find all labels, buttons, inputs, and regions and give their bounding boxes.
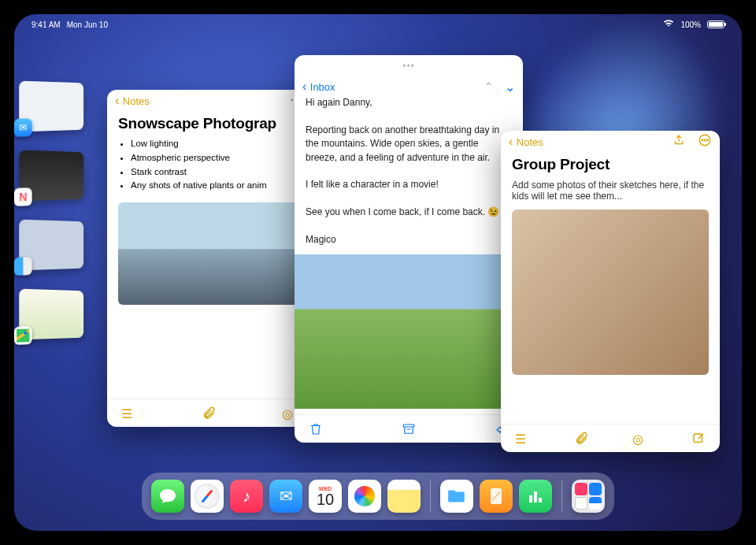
ipad-frame: 9:41 AM Mon Jun 10 100% ✉︎ N — [0, 0, 756, 545]
notes-back-button[interactable]: Notes — [115, 94, 150, 108]
mail-window[interactable]: ••• Inbox ⌃ ⌄ Hi again Danny, Reporting … — [295, 55, 523, 443]
photos-app[interactable] — [348, 480, 381, 513]
prev-message-icon[interactable]: ⌃ — [484, 80, 494, 95]
compose-icon[interactable] — [691, 432, 706, 446]
bullet-item: Any shots of native plants or anim — [131, 179, 299, 193]
calendar-day: 10 — [317, 491, 334, 507]
dock: ♪ ✉︎ WED 10 — [142, 473, 614, 520]
music-app[interactable]: ♪ — [230, 480, 263, 513]
notes-back-button[interactable]: Notes — [509, 135, 543, 149]
share-icon[interactable] — [673, 134, 685, 150]
note-title: Group Project — [501, 153, 720, 178]
mail-body: Hi again Danny, Reporting back on anothe… — [295, 96, 523, 251]
recent-app-maps[interactable] — [19, 289, 83, 340]
mail-line: Hi again Danny, — [306, 96, 512, 109]
svg-point-4 — [704, 139, 706, 141]
files-app-icon — [14, 257, 32, 276]
note-bullets: Low lighting Atmospheric perspective Sta… — [107, 137, 310, 199]
mail-photo-landscape — [295, 254, 523, 409]
wifi-icon — [663, 20, 674, 29]
attachment-icon[interactable] — [202, 406, 216, 421]
svg-rect-9 — [534, 491, 537, 502]
next-message-icon[interactable]: ⌄ — [505, 80, 515, 95]
notes-app[interactable] — [387, 480, 421, 513]
attachment-icon[interactable] — [574, 432, 588, 446]
calendar-app[interactable]: WED 10 — [309, 480, 342, 513]
notes-toolbar: ☰ ◎ — [107, 399, 310, 427]
recent-app-news[interactable]: N — [19, 150, 83, 202]
mail-line: Magico — [306, 233, 512, 247]
dock-divider — [430, 480, 431, 512]
svg-rect-8 — [529, 495, 532, 502]
note-photo-group — [512, 209, 709, 375]
bullet-item: Atmospheric perspective — [131, 151, 299, 165]
mail-line: See you when I come back, if I come back… — [306, 206, 512, 219]
mail-app-icon: ✉︎ — [14, 118, 32, 137]
svg-rect-6 — [694, 434, 702, 443]
mail-back-button[interactable]: Inbox — [302, 80, 335, 94]
note-title: Snowscape Photograp — [107, 112, 310, 137]
app-library[interactable] — [572, 480, 605, 513]
note-photo-snow — [118, 202, 299, 305]
status-bar: 9:41 AM Mon Jun 10 100% — [14, 17, 742, 32]
mail-line: I felt like a character in a movie! — [306, 178, 512, 191]
svg-rect-10 — [539, 498, 542, 502]
svg-rect-1 — [403, 425, 414, 427]
bullet-item: Low lighting — [131, 137, 299, 151]
numbers-app[interactable] — [519, 480, 552, 513]
battery-percent: 100% — [680, 20, 701, 29]
screen: 9:41 AM Mon Jun 10 100% ✉︎ N — [14, 14, 742, 531]
mail-app[interactable]: ✉︎ — [269, 480, 302, 513]
notes-window-group[interactable]: Notes Group Project Add some photos of t… — [501, 131, 720, 452]
checklist-icon[interactable]: ☰ — [121, 406, 135, 421]
svg-point-3 — [702, 139, 703, 141]
status-time: 9:41 AM — [32, 20, 61, 29]
trash-icon[interactable] — [309, 422, 323, 436]
window-menu-icon[interactable]: ••• — [402, 61, 415, 72]
news-app-icon: N — [14, 187, 32, 206]
recent-app-files[interactable] — [19, 220, 83, 271]
recent-app-mail[interactable]: ✉︎ — [19, 81, 83, 132]
mail-line: Reporting back on another breathtaking d… — [306, 124, 512, 165]
stage-manager-strip: ✉︎ N — [19, 82, 94, 339]
messages-app[interactable] — [151, 480, 184, 513]
svg-point-5 — [707, 139, 709, 141]
checklist-icon[interactable]: ☰ — [515, 432, 529, 446]
mail-toolbar — [295, 414, 523, 443]
note-body: Add some photos of their sketches here, … — [501, 178, 720, 206]
markup-icon[interactable]: ◎ — [632, 432, 647, 446]
battery-icon — [707, 20, 724, 28]
status-date: Mon Jun 10 — [67, 20, 108, 29]
safari-app[interactable] — [191, 480, 224, 513]
bullet-item: Stark contrast — [131, 165, 299, 180]
archive-icon[interactable] — [402, 422, 416, 436]
notes-window-snowscape[interactable]: Notes ••• Snowscape Photograp Low lighti… — [107, 90, 310, 427]
more-icon[interactable] — [698, 133, 712, 150]
maps-app-icon — [14, 326, 32, 345]
files-app[interactable] — [440, 480, 473, 513]
dock-divider — [561, 480, 562, 512]
notes-toolbar: ☰ ◎ — [501, 424, 720, 452]
pages-app[interactable] — [480, 480, 513, 513]
